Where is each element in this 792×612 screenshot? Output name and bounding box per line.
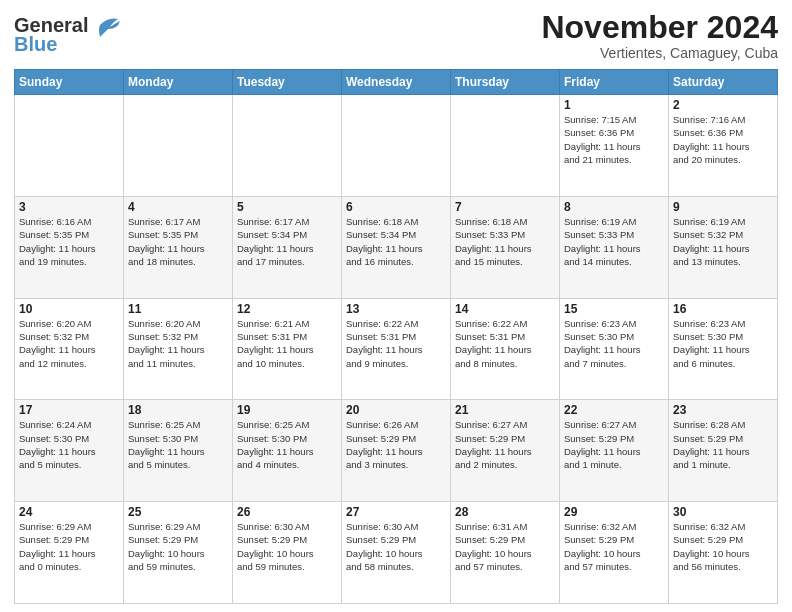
day-number: 2 [673, 98, 773, 112]
calendar-cell: 3Sunrise: 6:16 AM Sunset: 5:35 PM Daylig… [15, 196, 124, 298]
calendar-week-row: 17Sunrise: 6:24 AM Sunset: 5:30 PM Dayli… [15, 400, 778, 502]
day-info: Sunrise: 6:30 AM Sunset: 5:29 PM Dayligh… [346, 520, 446, 573]
day-info: Sunrise: 6:22 AM Sunset: 5:31 PM Dayligh… [455, 317, 555, 370]
day-info: Sunrise: 6:27 AM Sunset: 5:29 PM Dayligh… [564, 418, 664, 471]
day-number: 18 [128, 403, 228, 417]
day-info: Sunrise: 6:26 AM Sunset: 5:29 PM Dayligh… [346, 418, 446, 471]
weekday-header-saturday: Saturday [669, 70, 778, 95]
day-info: Sunrise: 6:23 AM Sunset: 5:30 PM Dayligh… [673, 317, 773, 370]
day-info: Sunrise: 6:21 AM Sunset: 5:31 PM Dayligh… [237, 317, 337, 370]
calendar-cell: 16Sunrise: 6:23 AM Sunset: 5:30 PM Dayli… [669, 298, 778, 400]
day-info: Sunrise: 6:32 AM Sunset: 5:29 PM Dayligh… [673, 520, 773, 573]
day-info: Sunrise: 6:20 AM Sunset: 5:32 PM Dayligh… [19, 317, 119, 370]
calendar-cell: 2Sunrise: 7:16 AM Sunset: 6:36 PM Daylig… [669, 95, 778, 197]
calendar-cell: 18Sunrise: 6:25 AM Sunset: 5:30 PM Dayli… [124, 400, 233, 502]
day-info: Sunrise: 6:28 AM Sunset: 5:29 PM Dayligh… [673, 418, 773, 471]
day-number: 9 [673, 200, 773, 214]
calendar-cell: 13Sunrise: 6:22 AM Sunset: 5:31 PM Dayli… [342, 298, 451, 400]
day-number: 15 [564, 302, 664, 316]
calendar-cell: 24Sunrise: 6:29 AM Sunset: 5:29 PM Dayli… [15, 502, 124, 604]
day-number: 4 [128, 200, 228, 214]
day-number: 16 [673, 302, 773, 316]
page-container: General Blue November 2024 Vertientes, C… [0, 0, 792, 612]
calendar-cell: 4Sunrise: 6:17 AM Sunset: 5:35 PM Daylig… [124, 196, 233, 298]
logo-blue: Blue [14, 33, 57, 56]
weekday-header-row: SundayMondayTuesdayWednesdayThursdayFrid… [15, 70, 778, 95]
weekday-header-wednesday: Wednesday [342, 70, 451, 95]
day-number: 19 [237, 403, 337, 417]
calendar-cell: 20Sunrise: 6:26 AM Sunset: 5:29 PM Dayli… [342, 400, 451, 502]
day-number: 26 [237, 505, 337, 519]
day-info: Sunrise: 6:25 AM Sunset: 5:30 PM Dayligh… [128, 418, 228, 471]
day-number: 28 [455, 505, 555, 519]
day-number: 8 [564, 200, 664, 214]
day-number: 24 [19, 505, 119, 519]
day-number: 23 [673, 403, 773, 417]
day-number: 22 [564, 403, 664, 417]
weekday-header-friday: Friday [560, 70, 669, 95]
weekday-header-monday: Monday [124, 70, 233, 95]
calendar-cell: 11Sunrise: 6:20 AM Sunset: 5:32 PM Dayli… [124, 298, 233, 400]
title-section: November 2024 Vertientes, Camaguey, Cuba [541, 10, 778, 61]
day-info: Sunrise: 7:16 AM Sunset: 6:36 PM Dayligh… [673, 113, 773, 166]
calendar-week-row: 3Sunrise: 6:16 AM Sunset: 5:35 PM Daylig… [15, 196, 778, 298]
day-info: Sunrise: 6:25 AM Sunset: 5:30 PM Dayligh… [237, 418, 337, 471]
calendar-cell [15, 95, 124, 197]
calendar-cell: 22Sunrise: 6:27 AM Sunset: 5:29 PM Dayli… [560, 400, 669, 502]
calendar-cell: 23Sunrise: 6:28 AM Sunset: 5:29 PM Dayli… [669, 400, 778, 502]
day-info: Sunrise: 6:18 AM Sunset: 5:33 PM Dayligh… [455, 215, 555, 268]
day-info: Sunrise: 6:20 AM Sunset: 5:32 PM Dayligh… [128, 317, 228, 370]
calendar-week-row: 10Sunrise: 6:20 AM Sunset: 5:32 PM Dayli… [15, 298, 778, 400]
day-number: 10 [19, 302, 119, 316]
day-number: 20 [346, 403, 446, 417]
month-title: November 2024 [541, 10, 778, 45]
day-info: Sunrise: 6:23 AM Sunset: 5:30 PM Dayligh… [564, 317, 664, 370]
day-info: Sunrise: 6:32 AM Sunset: 5:29 PM Dayligh… [564, 520, 664, 573]
day-info: Sunrise: 6:30 AM Sunset: 5:29 PM Dayligh… [237, 520, 337, 573]
calendar-cell: 6Sunrise: 6:18 AM Sunset: 5:34 PM Daylig… [342, 196, 451, 298]
calendar-week-row: 1Sunrise: 7:15 AM Sunset: 6:36 PM Daylig… [15, 95, 778, 197]
day-info: Sunrise: 6:31 AM Sunset: 5:29 PM Dayligh… [455, 520, 555, 573]
day-number: 27 [346, 505, 446, 519]
day-info: Sunrise: 6:17 AM Sunset: 5:34 PM Dayligh… [237, 215, 337, 268]
calendar-cell: 19Sunrise: 6:25 AM Sunset: 5:30 PM Dayli… [233, 400, 342, 502]
day-number: 13 [346, 302, 446, 316]
day-number: 5 [237, 200, 337, 214]
day-info: Sunrise: 6:29 AM Sunset: 5:29 PM Dayligh… [128, 520, 228, 573]
logo: General Blue [14, 10, 120, 56]
calendar-cell: 7Sunrise: 6:18 AM Sunset: 5:33 PM Daylig… [451, 196, 560, 298]
calendar-cell [342, 95, 451, 197]
header: General Blue November 2024 Vertientes, C… [14, 10, 778, 61]
calendar-cell [233, 95, 342, 197]
calendar-week-row: 24Sunrise: 6:29 AM Sunset: 5:29 PM Dayli… [15, 502, 778, 604]
calendar-cell: 30Sunrise: 6:32 AM Sunset: 5:29 PM Dayli… [669, 502, 778, 604]
day-number: 17 [19, 403, 119, 417]
location-subtitle: Vertientes, Camaguey, Cuba [541, 45, 778, 61]
calendar-cell [124, 95, 233, 197]
calendar-cell [451, 95, 560, 197]
day-number: 7 [455, 200, 555, 214]
day-info: Sunrise: 6:22 AM Sunset: 5:31 PM Dayligh… [346, 317, 446, 370]
day-number: 21 [455, 403, 555, 417]
calendar-cell: 15Sunrise: 6:23 AM Sunset: 5:30 PM Dayli… [560, 298, 669, 400]
calendar-cell: 27Sunrise: 6:30 AM Sunset: 5:29 PM Dayli… [342, 502, 451, 604]
day-number: 30 [673, 505, 773, 519]
calendar-cell: 29Sunrise: 6:32 AM Sunset: 5:29 PM Dayli… [560, 502, 669, 604]
day-info: Sunrise: 6:18 AM Sunset: 5:34 PM Dayligh… [346, 215, 446, 268]
day-number: 6 [346, 200, 446, 214]
day-number: 3 [19, 200, 119, 214]
day-info: Sunrise: 6:24 AM Sunset: 5:30 PM Dayligh… [19, 418, 119, 471]
day-number: 14 [455, 302, 555, 316]
day-number: 1 [564, 98, 664, 112]
calendar-cell: 14Sunrise: 6:22 AM Sunset: 5:31 PM Dayli… [451, 298, 560, 400]
weekday-header-tuesday: Tuesday [233, 70, 342, 95]
weekday-header-sunday: Sunday [15, 70, 124, 95]
day-info: Sunrise: 6:29 AM Sunset: 5:29 PM Dayligh… [19, 520, 119, 573]
calendar-cell: 21Sunrise: 6:27 AM Sunset: 5:29 PM Dayli… [451, 400, 560, 502]
day-info: Sunrise: 6:27 AM Sunset: 5:29 PM Dayligh… [455, 418, 555, 471]
calendar-cell: 28Sunrise: 6:31 AM Sunset: 5:29 PM Dayli… [451, 502, 560, 604]
calendar-cell: 12Sunrise: 6:21 AM Sunset: 5:31 PM Dayli… [233, 298, 342, 400]
calendar-cell: 10Sunrise: 6:20 AM Sunset: 5:32 PM Dayli… [15, 298, 124, 400]
day-number: 11 [128, 302, 228, 316]
logo-bird-icon [90, 15, 120, 37]
